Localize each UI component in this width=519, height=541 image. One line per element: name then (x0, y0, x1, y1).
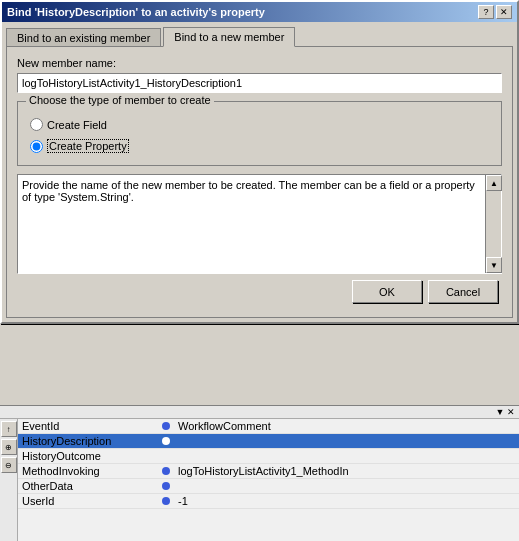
grid-cell-dot (158, 419, 174, 434)
grid-cell-name: EventId (18, 419, 158, 434)
scroll-up-button[interactable]: ▲ (486, 175, 502, 191)
bind-property-dialog: Bind 'HistoryDescription' to an activity… (0, 0, 519, 324)
grid-cell-dot (158, 494, 174, 509)
grid-cell-value (174, 434, 519, 449)
bottom-panel-inner: ↑ ⊕ ⊖ EventIdWorkflowCommentHistoryDescr… (0, 419, 519, 541)
binding-dot-icon (162, 437, 170, 445)
help-button[interactable]: ? (478, 5, 494, 19)
radio-field-row: Create Field (30, 118, 493, 131)
scrollbar-vertical[interactable]: ▲ ▼ (485, 175, 501, 273)
table-row[interactable]: HistoryDescription (18, 434, 519, 449)
tab-existing[interactable]: Bind to an existing member (6, 28, 161, 48)
table-row[interactable]: OtherData (18, 479, 519, 494)
grid-cell-value: -1 (174, 494, 519, 509)
grid-cell-dot (158, 464, 174, 479)
grid-cell-name: UserId (18, 494, 158, 509)
bottom-panel: ▼ ✕ ↑ ⊕ ⊖ EventIdWorkflowCommentHistoryD… (0, 405, 519, 541)
grid-cell-value (174, 479, 519, 494)
grid-cell-name: OtherData (18, 479, 158, 494)
radio-property-row: Create Property (30, 139, 493, 153)
title-bar: Bind 'HistoryDescription' to an activity… (2, 2, 517, 22)
table-row[interactable]: UserId-1 (18, 494, 519, 509)
toolbar-btn-1[interactable]: ↑ (1, 421, 17, 437)
grid-cell-name: MethodInvoking (18, 464, 158, 479)
dialog-title: Bind 'HistoryDescription' to an activity… (7, 6, 265, 18)
title-bar-buttons: ? ✕ (478, 5, 512, 19)
grid-cell-name: HistoryOutcome (18, 449, 158, 464)
table-row[interactable]: MethodInvokinglogToHistoryListActivity1_… (18, 464, 519, 479)
grid-cell-dot (158, 434, 174, 449)
scroll-thumb[interactable] (486, 191, 501, 257)
radio-field-label[interactable]: Create Field (47, 119, 107, 131)
grid-cell-value: WorkflowComment (174, 419, 519, 434)
radio-field[interactable] (30, 118, 43, 131)
grid-cell-name: HistoryDescription (18, 434, 158, 449)
grid-cell-dot (158, 449, 174, 464)
member-name-input[interactable] (17, 73, 502, 93)
group-legend: Choose the type of member to create (26, 94, 214, 106)
member-type-group: Choose the type of member to create Crea… (17, 101, 502, 166)
toolbar-btn-3[interactable]: ⊖ (1, 457, 17, 473)
radio-property[interactable] (30, 140, 43, 153)
bottom-collapse-btn[interactable]: ▼ ✕ (494, 407, 517, 417)
name-label: New member name: (17, 57, 502, 69)
grid-cell-dot (158, 479, 174, 494)
info-box: Provide the name of the new member to be… (17, 174, 502, 274)
tab-strip: Bind to an existing member Bind to a new… (6, 26, 513, 46)
grid-table: EventIdWorkflowCommentHistoryDescription… (18, 419, 519, 509)
toolbar-btn-2[interactable]: ⊕ (1, 439, 17, 455)
scroll-down-button[interactable]: ▼ (486, 257, 502, 273)
grid-cell-value (174, 449, 519, 464)
table-row[interactable]: HistoryOutcome (18, 449, 519, 464)
side-toolbar: ↑ ⊕ ⊖ (0, 419, 18, 541)
bottom-title-bar: ▼ ✕ (0, 406, 519, 419)
ok-button[interactable]: OK (352, 280, 422, 303)
tab-content: New member name: Choose the type of memb… (6, 46, 513, 318)
table-row[interactable]: EventIdWorkflowComment (18, 419, 519, 434)
dialog-buttons: OK Cancel (17, 274, 502, 307)
binding-dot-icon (162, 467, 170, 475)
close-button[interactable]: ✕ (496, 5, 512, 19)
info-text: Provide the name of the new member to be… (22, 179, 483, 269)
binding-dot-icon (162, 497, 170, 505)
binding-dot-icon (162, 422, 170, 430)
property-grid: EventIdWorkflowCommentHistoryDescription… (18, 419, 519, 541)
grid-cell-value: logToHistoryListActivity1_MethodIn (174, 464, 519, 479)
tab-new[interactable]: Bind to a new member (163, 27, 295, 47)
binding-dot-icon (162, 482, 170, 490)
cancel-button[interactable]: Cancel (428, 280, 498, 303)
radio-property-label[interactable]: Create Property (47, 139, 129, 153)
